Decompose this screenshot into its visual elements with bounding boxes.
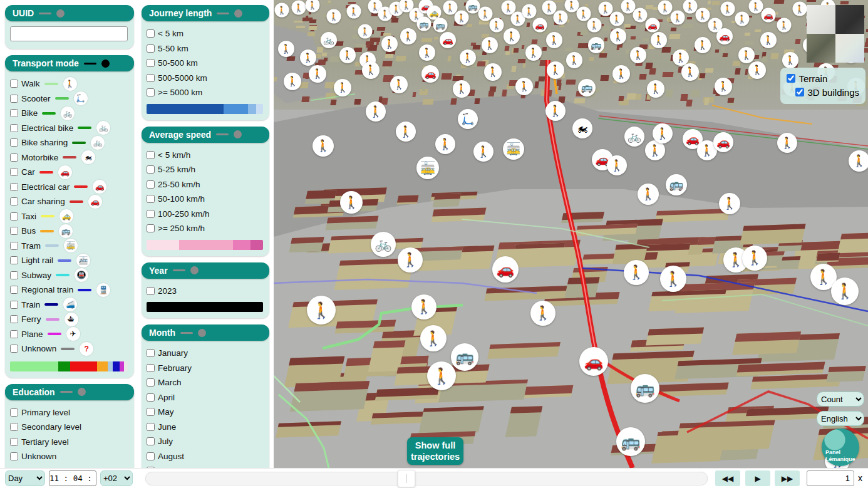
trajectory-marker[interactable]: 🚶 — [577, 7, 591, 21]
trajectory-marker[interactable]: 🚗 — [533, 18, 547, 33]
year-2023-checkbox[interactable] — [147, 287, 155, 295]
journey-5-km-checkbox[interactable] — [147, 29, 155, 38]
trajectory-marker[interactable]: 🚶 — [638, 184, 659, 205]
interval-select[interactable]: Day — [5, 470, 45, 486]
speed-250-km-h-checkbox[interactable] — [147, 224, 155, 232]
transport-scooter-checkbox[interactable] — [10, 95, 18, 103]
trajectory-marker[interactable]: 🛴 — [458, 109, 478, 129]
trajectory-marker[interactable]: 🚶 — [381, 36, 398, 52]
trajectory-marker[interactable]: 🚶 — [831, 278, 859, 305]
trajectory-marker[interactable]: 🚶 — [610, 28, 626, 44]
trajectory-marker[interactable]: 🚶 — [334, 79, 351, 96]
trajectory-marker[interactable]: 🚶 — [504, 28, 520, 44]
trajectory-marker[interactable]: 🚗 — [440, 32, 456, 48]
journey-50-500-km-checkbox[interactable] — [147, 59, 155, 67]
trajectory-marker[interactable]: 🚗 — [762, 8, 776, 23]
transport-car-checkbox[interactable] — [10, 168, 18, 176]
journey-length-panel-header[interactable]: Journey length — [142, 5, 269, 21]
trajectory-marker[interactable]: 🚶 — [607, 155, 627, 175]
trajectory-marker[interactable]: 🚶 — [515, 78, 533, 95]
trajectory-marker[interactable]: 🚶 — [347, 4, 361, 19]
trajectory-marker[interactable]: 🚶 — [610, 12, 624, 26]
trajectory-marker[interactable]: 🚶 — [482, 37, 498, 53]
month-august-checkbox[interactable] — [147, 452, 155, 460]
trajectory-marker[interactable]: 🚌 — [616, 427, 645, 456]
uuid-panel-header[interactable]: UUID — [5, 5, 134, 21]
trajectory-marker[interactable]: 🚶 — [681, 63, 699, 81]
fast-forward-button[interactable]: ▶▶ — [775, 470, 800, 486]
terrain-checkbox[interactable] — [787, 74, 795, 83]
trajectory-marker[interactable]: 🚶 — [420, 325, 447, 351]
education-tertiary-level-checkbox[interactable] — [10, 438, 18, 446]
trajectory-marker[interactable]: 🚶 — [427, 361, 456, 390]
trajectory-marker[interactable]: 🚶 — [545, 101, 566, 121]
trajectory-marker[interactable]: 🚶 — [307, 296, 336, 324]
trajectory-marker[interactable]: 🚶 — [782, 52, 798, 68]
month-january-checkbox[interactable] — [147, 349, 155, 357]
trajectory-marker[interactable]: 🚶 — [366, 101, 386, 122]
trajectory-marker[interactable]: 🚶 — [647, 80, 664, 98]
line-style-icon[interactable] — [173, 269, 185, 271]
trajectory-marker[interactable]: 🚶 — [313, 135, 334, 157]
trajectory-marker[interactable]: 🚶 — [760, 32, 777, 48]
trajectory-marker[interactable]: 🚶 — [715, 78, 732, 95]
month-march-checkbox[interactable] — [147, 378, 155, 387]
trajectory-marker[interactable]: 🚶 — [522, 4, 537, 19]
map-3d-view[interactable]: 🚶🚶🚶🚶🚶🚶🚶🚶🚶🚶🚶🚗🚕🚌🚌🚶🚶🚌🚶🚶🚶🚶🚶🚗🚶🚶🚶🚶🚶🚶🚶🚶🚶🚗🚶🚶🚶🚶🚶🚶… — [274, 0, 868, 468]
trajectory-marker[interactable]: 🚶 — [660, 266, 686, 292]
trajectory-marker[interactable]: 🚶 — [658, 1, 673, 15]
trajectory-marker[interactable]: 🚶 — [546, 32, 562, 48]
trajectory-marker[interactable]: 🚶 — [547, 61, 564, 79]
trajectory-marker[interactable]: 🚶 — [633, 8, 648, 23]
timeline-slider-thumb[interactable] — [398, 470, 415, 487]
trajectory-marker[interactable]: 🚌 — [433, 18, 448, 33]
month-july-checkbox[interactable] — [147, 437, 155, 445]
basemap-tile-satellite[interactable] — [807, 34, 835, 63]
trajectory-marker[interactable]: 🚗 — [713, 132, 733, 152]
playback-speed-input[interactable] — [807, 470, 854, 486]
education-primary-level-checkbox[interactable] — [10, 408, 18, 417]
trajectory-marker[interactable]: 🚲 — [371, 232, 396, 257]
month-april-checkbox[interactable] — [147, 393, 155, 402]
line-style-icon[interactable] — [216, 133, 229, 135]
trajectory-marker[interactable]: 🚶 — [653, 123, 673, 143]
trajectory-marker[interactable]: 🚌 — [666, 174, 687, 195]
transport-electrical-car-checkbox[interactable] — [10, 183, 18, 191]
trajectory-marker[interactable]: 🚶 — [721, 2, 735, 16]
transport-taxi-checkbox[interactable] — [10, 212, 18, 221]
aggregation-select[interactable]: Count — [817, 392, 864, 407]
trajectory-marker[interactable]: 🚲 — [624, 127, 644, 147]
trajectory-marker[interactable]: 🚶 — [362, 61, 380, 79]
line-style-icon[interactable] — [39, 13, 51, 14]
line-style-icon[interactable] — [180, 332, 193, 334]
point-style-icon[interactable] — [101, 60, 110, 68]
transport-bike-sharing-checkbox[interactable] — [10, 138, 18, 147]
trajectory-marker[interactable]: 🚶 — [554, 11, 568, 25]
trajectory-marker[interactable]: 🚶 — [340, 191, 363, 214]
transport-mode-panel-header[interactable]: Transport mode — [5, 55, 134, 71]
trajectory-marker[interactable]: 🚋 — [416, 157, 439, 179]
transport-ferry-checkbox[interactable] — [10, 315, 18, 323]
trajectory-marker[interactable]: 🚶 — [455, 11, 469, 25]
trajectory-marker[interactable]: 🚗 — [492, 256, 519, 283]
month-panel-header[interactable]: Month — [142, 324, 269, 341]
transport-light-rail-checkbox[interactable] — [10, 256, 18, 264]
trajectory-marker[interactable]: 🚶 — [566, 52, 582, 68]
month-may-checkbox[interactable] — [147, 408, 155, 416]
journey-5-50-km-checkbox[interactable] — [147, 44, 155, 53]
timeline-slider[interactable] — [145, 472, 708, 485]
line-style-icon[interactable] — [60, 391, 73, 393]
journey-5000-km-checkbox[interactable] — [147, 88, 155, 96]
trajectory-marker[interactable]: 🚗 — [646, 18, 660, 33]
basemap-switcher[interactable] — [807, 5, 864, 63]
trajectory-marker[interactable]: 🚶 — [651, 32, 667, 48]
trajectory-marker[interactable]: 🚶 — [411, 294, 437, 319]
transport-plane-checkbox[interactable] — [10, 330, 18, 338]
line-style-icon[interactable] — [84, 63, 96, 65]
point-style-icon[interactable] — [78, 388, 86, 396]
uuid-input[interactable] — [10, 26, 128, 41]
trajectory-marker[interactable]: 🚗 — [421, 65, 439, 83]
education-panel-header[interactable]: Education — [5, 384, 134, 400]
year-panel-header[interactable]: Year — [142, 262, 269, 279]
line-style-icon[interactable] — [217, 13, 229, 14]
